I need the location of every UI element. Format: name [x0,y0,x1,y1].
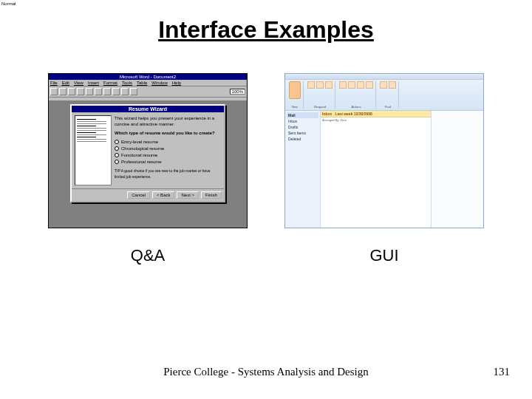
option-chronological[interactable]: Chronological resume [115,146,221,151]
toolbar-button[interactable] [86,88,93,95]
slide-footer: Pierce College - Systems Analysis and De… [0,366,532,378]
message-list-pane: Inbox Last week 12/30/2008 Arranged By: … [321,111,432,228]
ribbon-group-respond: Respond [305,81,335,109]
menu-insert[interactable]: Insert [88,81,99,85]
menu-help[interactable]: Help [172,81,181,85]
ribbon-group-new: New [287,81,304,109]
ribbon: New Respond Actions [285,80,483,111]
option-label: Chronological resume [121,146,164,151]
menu-tools[interactable]: Tools [122,81,132,85]
menu-table[interactable]: Table [137,81,147,85]
left-example-label: Q&A [48,246,248,265]
word97-toolbar: 100% [49,86,247,98]
page-number: 131 [494,366,511,378]
ribbon-group-label: Actions [339,105,373,109]
wizard-intro: This wizard helps you present your exper… [115,115,221,127]
toolbar-button[interactable] [59,88,66,95]
list-header: Inbox Last week 12/30/2008 [321,111,431,117]
toolbar-button[interactable] [121,88,129,95]
examples-row: Microsoft Word - Document2 File Edit Vie… [0,73,532,228]
option-entry-level[interactable]: Entry-level resume [115,139,221,145]
word97-titlebar: Microsoft Word - Document2 [49,74,247,80]
ribbon-group-find: Find [378,81,399,109]
right-example-label: GUI [284,246,484,265]
toolbar-button[interactable] [112,88,120,95]
cancel-button[interactable]: Cancel [127,191,150,199]
reading-pane [432,111,483,228]
menu-window[interactable]: Window [151,81,167,85]
list-date-label: Last week 12/30/2008 [335,112,372,116]
radio-icon [115,140,119,144]
option-functional[interactable]: Functional resume [115,152,221,158]
ribbon-group-label: New [289,105,301,109]
next-button[interactable]: Next > [177,191,199,199]
ribbon-button[interactable] [366,81,373,89]
ribbon-button[interactable] [339,81,347,89]
finish-button[interactable]: Finish [201,191,222,199]
outlook07-window: New Respond Actions [284,73,484,228]
navigation-pane: Mail Inbox Drafts Sent Items Deleted [285,111,321,228]
ribbon-button[interactable] [348,81,355,89]
toolbar-button[interactable] [103,88,111,95]
option-label: Entry-level resume [121,139,158,145]
ribbon-button[interactable] [357,81,364,89]
ribbon-button[interactable] [289,81,301,99]
menu-file[interactable]: File [50,81,58,85]
list-arrange-by[interactable]: Arranged By: Date [321,117,431,123]
nav-header: Mail [287,112,318,118]
ribbon-button[interactable] [389,81,396,89]
zoom-dropdown[interactable]: 100% [230,89,245,95]
ribbon-group-label: Find [380,105,396,109]
nav-item-sent[interactable]: Sent Items [287,130,318,136]
wizard-options: Entry-level resume Chronological resume … [115,139,221,165]
back-button[interactable]: < Back [152,191,175,199]
slide-title: Interface Examples [0,0,532,44]
ribbon-group-actions: Actions [337,81,376,109]
toolbar-button[interactable] [95,88,102,95]
option-label: Professional resume [121,159,162,165]
toolbar-button[interactable] [50,88,58,95]
wizard-text-pane: This wizard helps you present your exper… [115,115,221,185]
toolbar-button[interactable] [130,88,137,95]
option-label: Functional resume [121,152,157,158]
word97-window: Microsoft Word - Document2 File Edit Vie… [48,73,248,228]
ribbon-button[interactable] [380,81,387,89]
word97-document-area: Resume Wizard This wizard helps you pres… [49,101,247,228]
menu-edit[interactable]: Edit [62,81,69,85]
wizard-button-row: Cancel < Back Next > Finish [72,188,224,201]
radio-icon [115,146,119,151]
wizard-titlebar: Resume Wizard [72,106,224,112]
ribbon-button[interactable] [307,81,315,89]
wizard-preview-pane [75,115,112,185]
labels-row: Q&A GUI [0,246,532,265]
toolbar-button[interactable] [77,88,84,95]
toolbar-button[interactable] [68,88,75,95]
menu-format[interactable]: Format [103,81,117,85]
list-folder-name: Inbox [322,112,332,116]
radio-icon [115,153,119,157]
ribbon-button[interactable] [316,81,324,89]
nav-item-deleted[interactable]: Deleted [287,136,318,142]
radio-icon [115,160,119,164]
word97-menubar[interactable]: File Edit View Insert Format Tools Table… [49,80,247,86]
ribbon-group-label: Respond [307,105,332,109]
nav-item-drafts[interactable]: Drafts [287,124,318,130]
style-dropdown[interactable]: Normal [1,1,16,6]
wizard-tip: TIP A good choice if you are new to the … [115,168,221,180]
option-professional[interactable]: Professional resume [115,159,221,165]
nav-item-inbox[interactable]: Inbox [287,118,318,124]
outlook-titlebar [285,74,483,80]
resume-wizard-dialog: Resume Wizard This wizard helps you pres… [70,104,225,202]
wizard-question: Which type of resume would you like to c… [115,130,221,136]
menu-view[interactable]: View [74,81,83,85]
ribbon-button[interactable] [325,81,332,89]
outlook-body: Mail Inbox Drafts Sent Items Deleted Inb… [285,111,483,228]
